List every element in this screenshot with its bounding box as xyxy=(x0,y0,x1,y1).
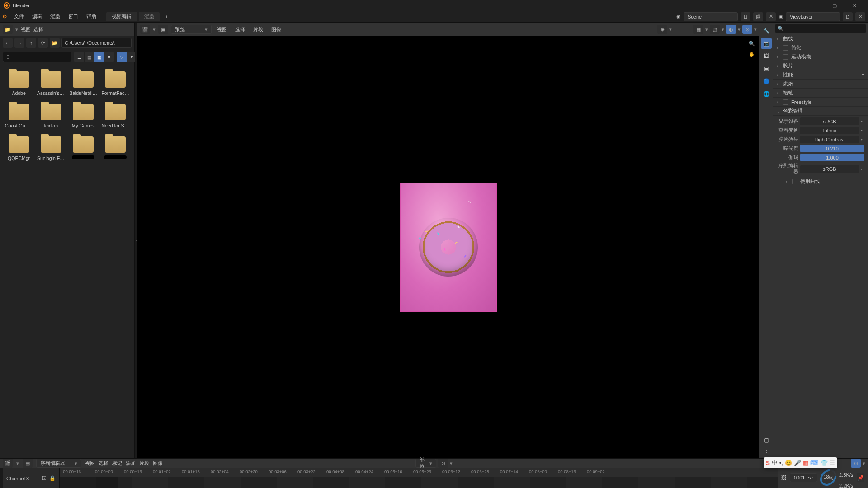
section-simplify[interactable]: ›简化 xyxy=(773,43,868,52)
workspace-tab-video-editing[interactable]: 视频编辑 xyxy=(106,12,137,21)
delete-scene-button[interactable]: ✕ xyxy=(766,12,776,21)
preview-mode-icon[interactable]: ▣ xyxy=(158,25,168,34)
nav-newfolder-button[interactable]: 📂 xyxy=(50,38,60,48)
menu-help[interactable]: 帮助 xyxy=(83,12,100,21)
zoom-icon[interactable]: 🔍 xyxy=(747,39,757,48)
seq-menu-select[interactable]: 选择 xyxy=(99,460,108,467)
seq-menu-add[interactable]: 添加 xyxy=(126,460,136,467)
view-list-button[interactable]: ☰ xyxy=(74,52,84,62)
section-curve[interactable]: ›曲线 xyxy=(773,34,868,43)
view-detail-button[interactable]: ▤ xyxy=(84,52,94,62)
sequencer-colorspace-dropdown[interactable]: sRGB xyxy=(800,165,859,173)
overlap-mode-dropdown[interactable]: 部位▾ xyxy=(415,459,436,468)
fb-menu-view[interactable]: 视图 xyxy=(21,26,31,33)
timeline-area[interactable]: -00:00+16 00:00+00 00:00+16 00:01+02 00:… xyxy=(60,468,778,488)
scene-field[interactable]: Scene xyxy=(684,12,738,21)
gizmo-toggle-button[interactable]: ◐ xyxy=(726,25,736,34)
preview-viewport[interactable]: 🔍 ✋ xyxy=(137,36,760,458)
nav-forward-button[interactable]: → xyxy=(14,38,24,48)
pv-menu-select[interactable]: 选择 xyxy=(232,25,248,34)
view-sort-button[interactable]: ▾ xyxy=(104,52,114,62)
tab-output-icon[interactable]: 🖼 xyxy=(761,51,772,61)
editor-type-sequencer-button[interactable]: 🎬 xyxy=(3,459,13,468)
seq-overlay-toggle[interactable]: ⊙ xyxy=(851,459,861,468)
timeline-ruler[interactable]: -00:00+16 00:00+00 00:00+16 00:01+02 00:… xyxy=(60,468,778,477)
pv-menu-image[interactable]: 图像 xyxy=(269,25,284,34)
workspace-tab-render[interactable]: 渲染 xyxy=(139,12,160,21)
folder-item[interactable]: BaiduNetdis... xyxy=(68,71,99,96)
section-color-management[interactable]: ⌄色彩管理 xyxy=(773,107,868,116)
section-film[interactable]: ›胶片 xyxy=(773,61,868,70)
section-bake[interactable]: ›烘焙 xyxy=(773,80,868,89)
folder-item[interactable]: Need for Spe... xyxy=(100,104,131,128)
add-workspace-button[interactable]: + xyxy=(161,13,171,21)
overlay2-toggle-button[interactable]: ⊙ xyxy=(742,25,752,34)
view-thumb-button[interactable]: ▦ xyxy=(94,52,104,62)
tab-world-icon[interactable]: 🌐 xyxy=(761,89,772,99)
editor-type-filebrowser-button[interactable]: 📁 xyxy=(3,25,13,34)
folder-item[interactable] xyxy=(100,136,131,161)
display-channels-button[interactable]: ▦ xyxy=(693,25,703,34)
gamma-slider[interactable]: 1.000 xyxy=(800,154,864,161)
pv-menu-view[interactable]: 视图 xyxy=(214,25,230,34)
section-motion-blur[interactable]: ›运动模糊 xyxy=(773,52,868,61)
overlay-toggle-button[interactable]: ▧ xyxy=(710,25,720,34)
nav-back-button[interactable]: ← xyxy=(3,38,13,48)
folder-item[interactable]: Adobe xyxy=(4,71,34,96)
maximize-button[interactable]: ▢ xyxy=(825,0,844,11)
tab-tool-icon[interactable]: 🔧 xyxy=(761,25,772,36)
view-transform-dropdown[interactable]: Filmic xyxy=(800,127,859,134)
seq-menu-marker[interactable]: 标记 xyxy=(112,460,122,467)
menu-render[interactable]: 渲染 xyxy=(47,12,64,21)
menu-edit[interactable]: 编辑 xyxy=(28,12,46,21)
folder-item[interactable]: Ghost Games xyxy=(4,104,34,128)
tab-collection-icon[interactable]: ▢ xyxy=(761,435,772,446)
tab-scene-icon[interactable]: 🔵 xyxy=(761,76,772,87)
folder-item[interactable]: FormatFactory xyxy=(100,71,131,96)
viewlayer-field[interactable]: ViewLayer xyxy=(786,12,840,21)
copy-scene-button[interactable]: 🗐 xyxy=(753,12,763,21)
folder-item[interactable]: leidian xyxy=(36,104,66,128)
folder-item[interactable]: My Games xyxy=(68,104,99,128)
menu-window[interactable]: 窗口 xyxy=(65,12,82,21)
menu-file[interactable]: 文件 xyxy=(10,12,28,21)
ime-toolbar-popup[interactable]: S 中 •, 😊 🎤 ▦ ⌨ 👕 ☰ xyxy=(764,457,837,468)
fb-search-input[interactable] xyxy=(3,52,71,62)
section-use-curves[interactable]: ›使用曲线 xyxy=(773,177,868,186)
seq-mode-icon[interactable]: ▤ xyxy=(23,459,33,468)
path-field[interactable]: C:\Users\ \Documents\ xyxy=(61,38,132,48)
display-device-dropdown[interactable]: sRGB xyxy=(800,117,859,125)
pivot-button[interactable]: ⊕ xyxy=(657,25,667,34)
tab-viewlayer-icon[interactable]: ▣ xyxy=(761,63,772,74)
channel-row[interactable]: Channel 8☑🔒 xyxy=(3,468,59,488)
new-scene-button[interactable]: 🗋 xyxy=(741,12,750,21)
strip-name-field[interactable]: 0001.exr xyxy=(790,473,817,482)
nav-refresh-button[interactable]: ⟳ xyxy=(38,38,48,48)
playhead[interactable] xyxy=(118,468,118,488)
tab-render-icon[interactable]: 📷 xyxy=(761,38,772,49)
section-performance[interactable]: ›性能≡ xyxy=(773,70,868,80)
folder-item[interactable]: Assassin's Cr... xyxy=(36,71,66,96)
new-viewlayer-button[interactable]: 🗋 xyxy=(843,12,853,21)
fb-menu-select[interactable]: 选择 xyxy=(33,26,43,33)
seq-menu-view[interactable]: 视图 xyxy=(85,460,95,467)
filter-button[interactable]: ▽ xyxy=(117,52,127,62)
channel-mute-icon[interactable]: ☑ xyxy=(42,475,47,481)
props-search-input[interactable]: 🔍 xyxy=(775,24,866,33)
section-freestyle[interactable]: ›Freestyle xyxy=(773,98,868,107)
look-dropdown[interactable]: High Contrast xyxy=(800,136,859,143)
snap-toggle-button[interactable]: ⊙ xyxy=(438,459,448,468)
minimize-button[interactable]: — xyxy=(805,0,825,11)
close-button[interactable]: ✕ xyxy=(844,0,864,11)
folder-item[interactable]: Sunlogin Files xyxy=(36,136,66,161)
seq-menu-image[interactable]: 图像 xyxy=(153,460,163,467)
exposure-slider[interactable]: 0.210 xyxy=(800,145,864,152)
pv-menu-strip[interactable]: 片段 xyxy=(250,25,266,34)
channel-lock-icon[interactable]: 🔒 xyxy=(49,475,56,481)
pin-button[interactable]: 📌 xyxy=(857,473,864,482)
tab-options-icon[interactable]: ⋮ xyxy=(761,447,772,458)
section-greasepencil[interactable]: ›蜡笔 xyxy=(773,89,868,98)
seq-editor-dropdown[interactable]: 序列编辑器▾ xyxy=(36,459,81,468)
delete-viewlayer-button[interactable]: ✕ xyxy=(855,12,865,21)
folder-item[interactable] xyxy=(68,136,99,161)
